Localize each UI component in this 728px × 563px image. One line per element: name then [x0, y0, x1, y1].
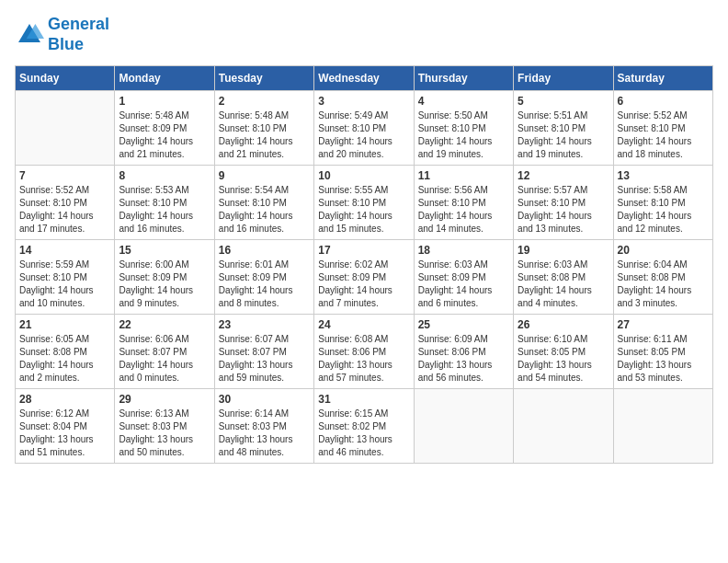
day-info: Sunrise: 6:11 AM Sunset: 8:05 PM Dayligh…	[618, 333, 709, 385]
day-cell: 4Sunrise: 5:50 AM Sunset: 8:10 PM Daylig…	[414, 91, 513, 166]
day-cell: 5Sunrise: 5:51 AM Sunset: 8:10 PM Daylig…	[514, 91, 613, 166]
day-info: Sunrise: 5:53 AM Sunset: 8:10 PM Dayligh…	[119, 184, 210, 236]
day-number: 5	[518, 95, 609, 108]
day-cell: 29Sunrise: 6:13 AM Sunset: 8:03 PM Dayli…	[115, 389, 214, 464]
day-info: Sunrise: 5:51 AM Sunset: 8:10 PM Dayligh…	[518, 109, 609, 161]
header-day-friday: Friday	[514, 66, 613, 91]
week-row-3: 14Sunrise: 5:59 AM Sunset: 8:10 PM Dayli…	[16, 240, 713, 315]
week-row-5: 28Sunrise: 6:12 AM Sunset: 8:04 PM Dayli…	[16, 389, 713, 464]
day-number: 16	[219, 244, 310, 257]
day-info: Sunrise: 5:52 AM Sunset: 8:10 PM Dayligh…	[618, 109, 709, 161]
day-cell	[514, 389, 613, 464]
day-number: 10	[318, 169, 409, 182]
day-info: Sunrise: 5:48 AM Sunset: 8:10 PM Dayligh…	[219, 109, 310, 161]
day-number: 1	[119, 95, 210, 108]
day-number: 6	[618, 95, 709, 108]
day-info: Sunrise: 6:03 AM Sunset: 8:09 PM Dayligh…	[418, 259, 509, 310]
day-info: Sunrise: 6:07 AM Sunset: 8:07 PM Dayligh…	[219, 333, 310, 385]
day-number: 15	[119, 244, 210, 257]
day-cell: 28Sunrise: 6:12 AM Sunset: 8:04 PM Dayli…	[16, 389, 115, 464]
day-cell: 16Sunrise: 6:01 AM Sunset: 8:09 PM Dayli…	[214, 240, 313, 315]
day-cell: 11Sunrise: 5:56 AM Sunset: 8:10 PM Dayli…	[414, 166, 513, 240]
day-info: Sunrise: 5:54 AM Sunset: 8:10 PM Dayligh…	[219, 184, 310, 236]
day-info: Sunrise: 6:06 AM Sunset: 8:07 PM Dayligh…	[119, 333, 210, 385]
day-info: Sunrise: 5:56 AM Sunset: 8:10 PM Dayligh…	[418, 184, 509, 236]
logo-text: General Blue	[48, 15, 109, 54]
day-info: Sunrise: 5:48 AM Sunset: 8:09 PM Dayligh…	[119, 109, 210, 161]
day-cell	[613, 389, 712, 464]
day-number: 27	[618, 318, 709, 331]
day-number: 21	[19, 318, 110, 331]
week-row-2: 7Sunrise: 5:52 AM Sunset: 8:10 PM Daylig…	[16, 166, 713, 240]
day-cell: 21Sunrise: 6:05 AM Sunset: 8:08 PM Dayli…	[16, 315, 115, 389]
header-day-tuesday: Tuesday	[214, 66, 313, 91]
day-info: Sunrise: 6:08 AM Sunset: 8:06 PM Dayligh…	[318, 333, 409, 385]
day-number: 17	[318, 244, 409, 257]
day-info: Sunrise: 5:52 AM Sunset: 8:10 PM Dayligh…	[19, 184, 110, 236]
day-info: Sunrise: 5:59 AM Sunset: 8:10 PM Dayligh…	[19, 259, 110, 310]
day-cell: 19Sunrise: 6:03 AM Sunset: 8:08 PM Dayli…	[514, 240, 613, 315]
day-cell: 25Sunrise: 6:09 AM Sunset: 8:06 PM Dayli…	[414, 315, 513, 389]
day-info: Sunrise: 6:03 AM Sunset: 8:08 PM Dayligh…	[518, 259, 609, 310]
header-day-saturday: Saturday	[613, 66, 712, 91]
day-cell: 7Sunrise: 5:52 AM Sunset: 8:10 PM Daylig…	[16, 166, 115, 240]
day-info: Sunrise: 6:09 AM Sunset: 8:06 PM Dayligh…	[418, 333, 509, 385]
day-cell: 10Sunrise: 5:55 AM Sunset: 8:10 PM Dayli…	[314, 166, 414, 240]
day-number: 2	[219, 95, 310, 108]
day-cell: 27Sunrise: 6:11 AM Sunset: 8:05 PM Dayli…	[613, 315, 712, 389]
day-number: 13	[618, 169, 709, 182]
day-cell: 24Sunrise: 6:08 AM Sunset: 8:06 PM Dayli…	[314, 315, 414, 389]
day-cell: 12Sunrise: 5:57 AM Sunset: 8:10 PM Dayli…	[514, 166, 613, 240]
day-info: Sunrise: 6:13 AM Sunset: 8:03 PM Dayligh…	[119, 408, 210, 459]
day-number: 30	[219, 393, 310, 406]
day-number: 18	[418, 244, 509, 257]
day-cell: 8Sunrise: 5:53 AM Sunset: 8:10 PM Daylig…	[115, 166, 214, 240]
day-info: Sunrise: 6:14 AM Sunset: 8:03 PM Dayligh…	[219, 408, 310, 459]
day-info: Sunrise: 6:10 AM Sunset: 8:05 PM Dayligh…	[518, 333, 609, 385]
day-number: 7	[19, 169, 110, 182]
day-cell: 3Sunrise: 5:49 AM Sunset: 8:10 PM Daylig…	[314, 91, 414, 166]
day-number: 14	[19, 244, 110, 257]
day-info: Sunrise: 5:57 AM Sunset: 8:10 PM Dayligh…	[518, 184, 609, 236]
day-cell: 6Sunrise: 5:52 AM Sunset: 8:10 PM Daylig…	[613, 91, 712, 166]
day-cell: 13Sunrise: 5:58 AM Sunset: 8:10 PM Dayli…	[613, 166, 712, 240]
day-cell: 14Sunrise: 5:59 AM Sunset: 8:10 PM Dayli…	[16, 240, 115, 315]
day-cell: 20Sunrise: 6:04 AM Sunset: 8:08 PM Dayli…	[613, 240, 712, 315]
day-number: 4	[418, 95, 509, 108]
day-info: Sunrise: 6:12 AM Sunset: 8:04 PM Dayligh…	[19, 408, 110, 459]
day-cell	[16, 91, 115, 166]
header-row: SundayMondayTuesdayWednesdayThursdayFrid…	[16, 66, 713, 91]
day-number: 9	[219, 169, 310, 182]
day-number: 31	[318, 393, 409, 406]
day-cell: 22Sunrise: 6:06 AM Sunset: 8:07 PM Dayli…	[115, 315, 214, 389]
day-cell: 26Sunrise: 6:10 AM Sunset: 8:05 PM Dayli…	[514, 315, 613, 389]
day-info: Sunrise: 6:02 AM Sunset: 8:09 PM Dayligh…	[318, 259, 409, 310]
header-day-wednesday: Wednesday	[314, 66, 414, 91]
day-info: Sunrise: 5:49 AM Sunset: 8:10 PM Dayligh…	[318, 109, 409, 161]
day-number: 20	[618, 244, 709, 257]
day-number: 28	[19, 393, 110, 406]
header-day-thursday: Thursday	[414, 66, 513, 91]
day-number: 26	[518, 318, 609, 331]
day-info: Sunrise: 6:01 AM Sunset: 8:09 PM Dayligh…	[219, 259, 310, 310]
day-info: Sunrise: 5:50 AM Sunset: 8:10 PM Dayligh…	[418, 109, 509, 161]
header-day-monday: Monday	[115, 66, 214, 91]
day-number: 11	[418, 169, 509, 182]
day-number: 22	[119, 318, 210, 331]
day-number: 25	[418, 318, 509, 331]
day-number: 8	[119, 169, 210, 182]
day-number: 12	[518, 169, 609, 182]
day-cell: 23Sunrise: 6:07 AM Sunset: 8:07 PM Dayli…	[214, 315, 313, 389]
day-number: 29	[119, 393, 210, 406]
day-cell: 1Sunrise: 5:48 AM Sunset: 8:09 PM Daylig…	[115, 91, 214, 166]
day-info: Sunrise: 6:15 AM Sunset: 8:02 PM Dayligh…	[318, 408, 409, 459]
day-number: 24	[318, 318, 409, 331]
day-cell: 18Sunrise: 6:03 AM Sunset: 8:09 PM Dayli…	[414, 240, 513, 315]
day-cell: 17Sunrise: 6:02 AM Sunset: 8:09 PM Dayli…	[314, 240, 414, 315]
header: General Blue	[15, 15, 713, 54]
calendar-table: SundayMondayTuesdayWednesdayThursdayFrid…	[15, 65, 713, 464]
day-info: Sunrise: 6:04 AM Sunset: 8:08 PM Dayligh…	[618, 259, 709, 310]
header-day-sunday: Sunday	[16, 66, 115, 91]
logo-icon	[15, 20, 44, 50]
day-number: 3	[318, 95, 409, 108]
